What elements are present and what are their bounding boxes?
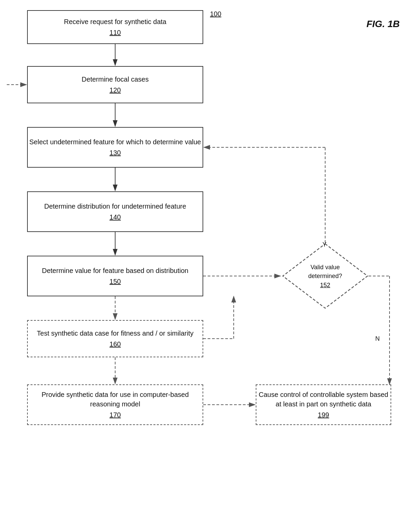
box-130-label: Select undetermined feature for which to… [29,137,201,147]
box-110: Receive request for synthetic data 110 [27,10,203,44]
box-170: Provide synthetic data for use in comput… [27,384,203,425]
box-160-ref: 160 [109,339,121,349]
label-Y: Y [322,241,327,248]
box-199: Cause control of controllable system bas… [256,384,391,425]
box-120: Determine focal cases 120 [27,66,203,103]
box-170-label: Provide synthetic data for use in comput… [28,390,203,409]
figure-label: FIG. 1B [366,19,400,29]
box-199-label: Cause control of controllable system bas… [256,390,391,409]
box-110-label: Receive request for synthetic data [64,17,166,26]
box-120-label: Determine focal cases [82,75,149,84]
box-150-label: Determine value for feature based on dis… [42,266,188,275]
box-140-ref: 140 [109,212,121,222]
box-150: Determine value for feature based on dis… [27,256,203,296]
label-N: N [375,335,380,342]
box-150-ref: 150 [109,277,121,286]
box-110-ref: 110 [109,28,121,37]
diamond-152: Valid value determined? 152 [281,242,369,310]
box-170-ref: 170 [109,410,121,420]
diagram-container: 100 FIG. 1B Receive request for syntheti… [0,0,420,508]
box-199-ref: 199 [318,410,329,420]
box-160: Test synthetic data case for fitness and… [27,320,203,357]
box-130-ref: 130 [109,148,121,157]
box-120-ref: 120 [109,85,121,95]
box-140-label: Determine distribution for undetermined … [44,202,186,211]
diamond-152-label: Valid value determined? [295,263,356,280]
diamond-152-ref: 152 [320,282,330,289]
box-130: Select undetermined feature for which to… [27,127,203,168]
top-ref: 100 [210,10,221,18]
box-160-label: Test synthetic data case for fitness and… [37,329,193,338]
box-140: Determine distribution for undetermined … [27,191,203,232]
